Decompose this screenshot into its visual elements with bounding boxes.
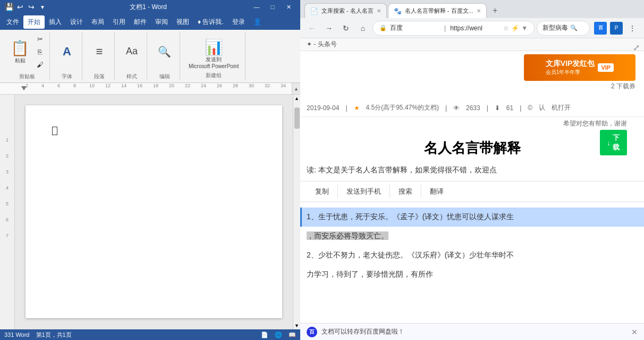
menu-references[interactable]: 引用	[108, 15, 130, 29]
vruler-2: 2	[6, 153, 9, 159]
collapse-icon: ▲	[294, 86, 299, 92]
dropdown-icon[interactable]: ▼	[521, 24, 528, 32]
menu-tell-me[interactable]: ♦ 告诉我.	[193, 15, 228, 29]
undo-icon[interactable]: ↩	[15, 2, 25, 12]
send-ppt-group: 📊 发送到Microsoft PowerPoint 新建组	[182, 32, 245, 80]
scroll-thumb[interactable]	[294, 107, 300, 129]
minimize-button[interactable]: —	[249, 2, 264, 12]
doc-meta: 2019-09-04 | ★ 4.5分(高于95.47%的文档) | 👁 263…	[300, 99, 644, 117]
word-count: 331 Word	[4, 331, 30, 338]
address-url: https://wenl	[450, 24, 500, 32]
view-print-icon[interactable]: 📄	[261, 331, 268, 338]
extension-button-1[interactable]: P	[610, 22, 623, 35]
quick-access-more-icon[interactable]: ▼	[38, 2, 47, 12]
menu-view[interactable]: 视图	[172, 15, 193, 29]
ad-vip-tag[interactable]: VIP	[598, 63, 614, 72]
refresh-button[interactable]: ↻	[338, 21, 353, 36]
tab2-close-button[interactable]: ✕	[477, 8, 481, 14]
doc-title: 名人名言带解释	[300, 130, 644, 162]
ad-content: 文库VIP发红包 会员1年半年季	[546, 59, 595, 76]
menu-signin[interactable]: 登录	[228, 15, 249, 29]
clipboard-label: 剪贴板	[7, 73, 46, 80]
search-box[interactable]: 新型病毒 🔍	[537, 21, 590, 36]
copyright-icon: ©	[528, 104, 532, 112]
view-read-icon[interactable]: 📖	[289, 331, 296, 338]
ribbon-collapse-button[interactable]: ▲	[292, 83, 300, 95]
format-painter-button[interactable]: 🖌	[33, 59, 46, 70]
menu-home[interactable]: 开始	[23, 15, 45, 29]
lock-icon: 🔒	[379, 24, 387, 31]
tab2-favicon: 🐾	[394, 7, 402, 15]
menu-file[interactable]: 文件	[2, 15, 23, 29]
doc-separator-4: |	[520, 104, 521, 112]
clipboard-inner: 📋 粘贴 ✂ ⎘ 🖌	[7, 32, 46, 71]
address-separator: |	[444, 24, 446, 32]
copy-action-button[interactable]: 复制	[307, 185, 338, 198]
doc-separator-2: |	[445, 104, 447, 112]
translate-button[interactable]: 翻译	[421, 185, 452, 198]
scroll-down-button[interactable]: ▼	[293, 322, 301, 329]
word-titlebar: 💾 ↩ ↪ ▼ 文档1 - Word — □ ✕	[0, 0, 300, 14]
save-icon[interactable]: 💾	[4, 2, 14, 12]
view-web-icon[interactable]: 🌐	[275, 331, 282, 338]
copy-button[interactable]: ⎘	[33, 46, 46, 57]
send-ppt-button[interactable]: 📊 发送到Microsoft PowerPoint	[187, 32, 241, 72]
word-page	[15, 95, 293, 329]
vruler-4: 4	[6, 185, 9, 190]
menu-user[interactable]: 👤	[249, 16, 266, 28]
expand-button[interactable]: ⤢	[633, 43, 640, 53]
notification-close-button[interactable]: ✕	[631, 328, 638, 336]
ruler-mark-14: 14	[121, 83, 126, 88]
baidu-extension-button[interactable]: 百	[594, 22, 607, 35]
ruler-mark-32: 32	[265, 83, 270, 88]
font-button[interactable]: A	[56, 32, 78, 71]
download-count-label: 2 下载券	[611, 82, 635, 91]
ad-banner[interactable]: 文库VIP发红包 会员1年半年季 VIP	[524, 54, 635, 81]
word-title: 文档1 - Word	[47, 3, 249, 12]
lightning-icon[interactable]: ⚡	[511, 24, 519, 32]
menu-mail[interactable]: 邮件	[130, 15, 151, 29]
clipboard-group: 📋 粘贴 ✂ ⎘ 🖌 剪贴板	[4, 32, 50, 80]
forward-button[interactable]: →	[321, 21, 336, 36]
redo-icon[interactable]: ↪	[27, 2, 36, 12]
send-to-phone-button[interactable]: 发送到手机	[338, 185, 390, 198]
paste-button[interactable]: 📋 粘贴	[7, 32, 32, 71]
font-group-label: 字体	[62, 73, 72, 80]
paragraph-icon: ≡	[96, 45, 103, 59]
paste-icon: 📋	[11, 39, 29, 57]
address-bar[interactable]: 🔒 百度 | https://wenl ☆ ⚡ ▼	[372, 21, 535, 36]
styles-button[interactable]: Aa	[121, 32, 142, 71]
scroll-up-button[interactable]: ▲	[293, 95, 301, 102]
browser-tab-2[interactable]: 🐾 名人名言带解释 - 百度文... ✕	[388, 3, 487, 18]
browser-content: ✦ - 头条号 文库VIP发红包 会员1年半年季 VIP 2 下载券 ↓ 下载 …	[300, 38, 644, 340]
maximize-button[interactable]: □	[265, 2, 280, 12]
baidu-notification: 百 文档可以转存到百度网盘啦！ ✕	[300, 323, 644, 340]
ruler-mark-12: 12	[105, 83, 111, 88]
menu-review[interactable]: 审阅	[151, 15, 172, 29]
search-action-button[interactable]: 搜索	[390, 185, 421, 198]
new-tab-button[interactable]: +	[488, 3, 503, 18]
back-button[interactable]: ←	[304, 21, 319, 36]
menu-insert[interactable]: 插入	[45, 15, 66, 29]
close-button[interactable]: ✕	[281, 2, 296, 12]
ruler-mark-10: 10	[89, 83, 95, 88]
doc-downloads: 61	[506, 104, 513, 112]
paragraph-3: 2、少壮不努力，老大徒伤悲。《汉乐府》(译文）少壮年华时不	[300, 246, 644, 265]
paragraph-4: 力学习，待到了，要珍惜光阴，有所作	[300, 265, 644, 284]
browser-tab-1[interactable]: 📄 文库搜索 - 名人名言 ✕	[304, 3, 387, 18]
ruler-mark-2: 2	[26, 83, 28, 88]
download-button[interactable]: ↓ 下载	[600, 130, 628, 155]
baidu-ext-icon: 百	[598, 24, 603, 31]
menu-layout[interactable]: 布局	[87, 15, 108, 29]
home-button[interactable]: ⌂	[355, 21, 370, 36]
menu-design[interactable]: 设计	[66, 15, 87, 29]
bookmark-icon[interactable]: ☆	[503, 24, 509, 32]
paragraph-button[interactable]: ≡	[89, 32, 110, 71]
clipboard-small-buttons: ✂ ⎘ 🖌	[33, 33, 46, 70]
search-placeholder: 新型病毒	[543, 23, 568, 32]
page-paper	[26, 105, 282, 318]
tab1-close-button[interactable]: ✕	[377, 8, 381, 14]
extensions-button[interactable]: ⋮	[625, 21, 640, 36]
cut-button[interactable]: ✂	[33, 33, 46, 45]
edit-button[interactable]: 🔍	[154, 32, 175, 71]
